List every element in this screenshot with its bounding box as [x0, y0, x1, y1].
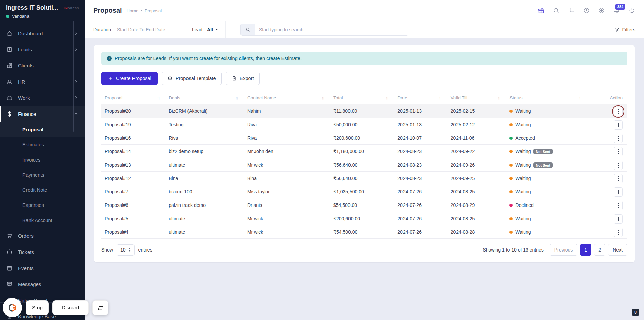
search-icon[interactable]	[553, 7, 560, 14]
cell-contact: Dr anis	[244, 198, 330, 212]
duration-input[interactable]	[116, 27, 177, 33]
table-row[interactable]: Proposal#20BizCRM (Akberali)Nahim₹11,800…	[101, 104, 627, 118]
cell-valid-till: 2024-09-26	[447, 158, 506, 172]
row-actions-button[interactable]	[614, 201, 623, 210]
sort-icon[interactable]: ↑↓	[157, 96, 162, 100]
table-row[interactable]: Proposal#5ultimateMr wick₹200,600.002024…	[101, 212, 627, 225]
column-header-total[interactable]: Total↑↓	[330, 92, 394, 104]
status-label: Waiting	[515, 189, 531, 194]
sidebar-item-leads[interactable]: Leads	[0, 41, 85, 57]
cell-date: 2024-07-26	[394, 212, 447, 225]
column-header-proposal[interactable]: Proposal↑↓	[101, 92, 165, 104]
row-actions-button[interactable]	[614, 147, 623, 156]
row-actions-button[interactable]	[614, 174, 623, 183]
sidebar-subitem-credit-note[interactable]: Credit Note	[0, 182, 85, 197]
table-footer: Show 10 entries Showing 1 to 10 of 13 en…	[101, 244, 627, 256]
breadcrumb-home[interactable]: Home	[127, 8, 139, 13]
cell-status: Waiting	[506, 104, 587, 118]
cell-proposal: Proposal#6	[101, 198, 165, 212]
sort-icon[interactable]: ↑↓	[235, 96, 240, 100]
cell-contact: Mr wick	[244, 158, 330, 172]
breadcrumb-current: Proposal	[145, 8, 162, 13]
cell-contact: Riva	[244, 131, 330, 145]
sidebar-item-events[interactable]: Events	[0, 260, 85, 276]
search-icon	[241, 24, 255, 35]
column-header-deals[interactable]: Deals↑↓	[165, 92, 244, 104]
row-actions-button[interactable]	[614, 107, 623, 116]
sidebar-item-label: Events	[18, 265, 78, 271]
status-dot	[509, 150, 513, 153]
sort-icon[interactable]: ↑↓	[579, 96, 584, 100]
sidebar-subitem-estimates[interactable]: Estimates	[0, 137, 85, 152]
sort-icon[interactable]: ↑↓	[386, 96, 391, 100]
sidebar-subitem-proposal[interactable]: Proposal	[0, 122, 85, 137]
table-row[interactable]: Proposal#14biz2 demo setupMr John den₹1,…	[101, 145, 627, 158]
cell-total: $54,500.00	[330, 198, 394, 212]
sort-icon[interactable]: ↑↓	[498, 96, 503, 100]
tickets-icon	[6, 248, 13, 255]
page-button-2[interactable]: 2	[594, 244, 605, 256]
cell-date: 2024-07-26	[394, 198, 447, 212]
sidebar-item-tickets[interactable]: Tickets	[0, 244, 85, 260]
sidebar-item-clients[interactable]: Clients	[0, 57, 85, 74]
clock-icon[interactable]	[583, 7, 590, 14]
row-actions-button[interactable]	[614, 187, 623, 197]
row-actions-button[interactable]	[614, 120, 623, 130]
table-row[interactable]: Proposal#6palzin track demoDr anis$54,50…	[101, 198, 627, 212]
page-button-1[interactable]: 1	[580, 244, 591, 256]
next-page-button[interactable]: Next	[608, 244, 627, 256]
column-header-date[interactable]: Date↑↓	[394, 92, 447, 104]
cell-valid-till: 2024-09-25	[447, 172, 506, 185]
create-proposal-button[interactable]: Create Proposal	[101, 72, 158, 85]
table-row[interactable]: Proposal#4ultimateMr wick₹54,500.002024-…	[101, 225, 627, 239]
lead-dropdown[interactable]: All	[207, 27, 218, 32]
bell-icon[interactable]: 384	[613, 7, 620, 14]
table-row[interactable]: Proposal#16RivaRiva₹200,600.002024-10-07…	[101, 131, 627, 145]
brand-logo: INGRESS	[64, 7, 79, 10]
stop-button[interactable]: Stop	[26, 300, 49, 315]
sidebar-item-label: Messages	[18, 281, 78, 287]
row-actions-button[interactable]	[614, 161, 623, 170]
cell-valid-till: 2024-08-25	[447, 185, 506, 198]
page-size-select[interactable]: 10	[117, 244, 135, 256]
sidebar-subitem-payments[interactable]: Payments	[0, 167, 85, 182]
table-row[interactable]: Proposal#7bizcrm-100Miss taylor₹1,035,50…	[101, 185, 627, 198]
sidebar-subitem-bank-account[interactable]: Bank Account	[0, 213, 85, 228]
sort-icon[interactable]: ↑↓	[439, 96, 444, 100]
plus-circle-icon[interactable]	[598, 7, 605, 14]
sidebar-item-dashboard[interactable]: Dashboard	[0, 25, 85, 41]
status-dot	[509, 190, 513, 193]
sidebar-scrollbar[interactable]	[73, 21, 74, 132]
sidebar-subitem-expenses[interactable]: Expenses	[0, 197, 85, 213]
filters-button[interactable]: Filters	[614, 27, 635, 32]
search-input[interactable]	[255, 27, 408, 32]
table-row[interactable]: Proposal#13ultimateMr wick₹56,640.002024…	[101, 158, 627, 172]
previous-page-button[interactable]: Previous	[550, 244, 577, 256]
column-header-status[interactable]: Status↑↓	[506, 92, 587, 104]
row-actions-button[interactable]	[614, 214, 623, 224]
sidebar-item-work[interactable]: Work	[0, 90, 85, 106]
column-header-contact-name[interactable]: Contact Name↑↓	[244, 92, 330, 104]
table-row[interactable]: Proposal#19TestingRiva₹50,000.002025-01-…	[101, 118, 627, 131]
export-button[interactable]: Export	[226, 72, 260, 85]
status-dot	[509, 204, 513, 207]
discard-button[interactable]: Discard	[52, 300, 89, 315]
row-actions-button[interactable]	[614, 134, 623, 143]
kebab-icon	[618, 123, 619, 128]
table-row[interactable]: Proposal#12BinaBina₹56,640.002024-08-232…	[101, 172, 627, 185]
swap-button[interactable]	[92, 300, 108, 315]
column-header-valid-till[interactable]: Valid Till↑↓	[447, 92, 506, 104]
sort-icon[interactable]: ↑↓	[322, 96, 327, 100]
sidebar-item-finance[interactable]: Finance	[0, 106, 85, 122]
notes-icon[interactable]	[568, 7, 575, 14]
sidebar-subitem-invoices[interactable]: Invoices	[0, 152, 85, 167]
proposal-template-button[interactable]: Proposal Template	[162, 72, 222, 85]
sidebar-item-hr[interactable]: HR	[0, 74, 85, 90]
power-icon[interactable]	[628, 7, 635, 14]
gift-icon[interactable]	[538, 7, 545, 14]
floating-dock: Stop Discard	[3, 298, 108, 317]
sidebar-item-orders[interactable]: Orders	[0, 228, 85, 244]
app-logo[interactable]	[3, 298, 22, 317]
sidebar-item-messages[interactable]: Messages	[0, 276, 85, 292]
row-actions-button[interactable]	[614, 228, 623, 237]
